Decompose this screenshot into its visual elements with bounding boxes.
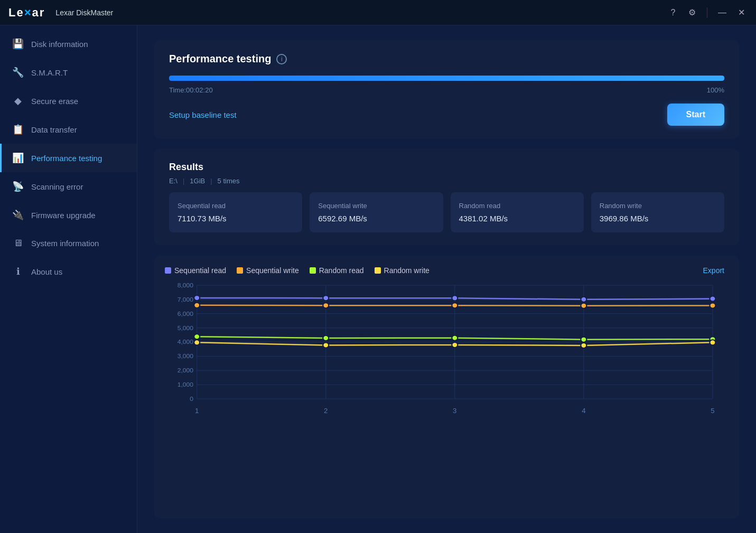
legend-dot-3 <box>375 267 381 274</box>
app-name: Lexar DiskMaster <box>55 8 667 17</box>
sidebar-label-data-transfer: Data transfer <box>31 125 77 134</box>
result-card-value-1: 6592.69 MB/s <box>318 214 434 223</box>
results-panel: Results E:\ | 1GiB | 5 times Sequential … <box>154 149 739 245</box>
sidebar: 💾 Disk information 🔧 S.M.A.R.T ◆ Secure … <box>0 25 137 533</box>
sidebar-icon-scanning-error: 📡 <box>12 181 24 192</box>
sidebar-label-firmware-upgrade: Firmware upgrade <box>31 211 96 220</box>
result-card-label-0: Sequential read <box>178 202 294 210</box>
results-drive: E:\ <box>169 177 178 185</box>
panel-title: Performance testing <box>169 53 271 65</box>
result-card-label-1: Sequential write <box>318 202 434 210</box>
legend-item-0: Sequential read <box>165 266 226 275</box>
svg-point-41 <box>581 337 586 342</box>
sidebar-label-scanning-error: Scanning error <box>31 182 83 191</box>
svg-point-40 <box>452 335 458 341</box>
result-card-value-3: 3969.86 MB/s <box>600 214 716 223</box>
sidebar-item-about-us[interactable]: ℹ About us <box>0 257 137 286</box>
legend-dot-1 <box>237 267 243 274</box>
sidebar-item-system-information[interactable]: 🖥 System information <box>0 229 137 257</box>
svg-point-47 <box>710 340 715 345</box>
sidebar-item-firmware-upgrade[interactable]: 🔌 Firmware upgrade <box>0 201 137 229</box>
svg-point-31 <box>581 297 586 302</box>
svg-text:3: 3 <box>453 408 456 415</box>
legend-label-2: Random read <box>319 266 364 275</box>
svg-point-37 <box>710 303 715 308</box>
chart-legend: Sequential read Sequential write Random … <box>165 266 430 275</box>
sidebar-label-about-us: About us <box>31 267 62 276</box>
sidebar-icon-secure-erase: ◆ <box>12 95 24 107</box>
sidebar-label-secure-erase: Secure erase <box>31 97 78 106</box>
svg-point-36 <box>581 303 586 308</box>
sidebar-icon-data-transfer: 📋 <box>12 124 24 135</box>
svg-point-46 <box>581 343 586 348</box>
result-card-label-2: Random read <box>459 202 575 210</box>
meta-sep-1: | <box>183 177 184 185</box>
results-meta: E:\ | 1GiB | 5 times <box>169 177 724 185</box>
settings-icon[interactable]: ⚙ <box>686 6 698 19</box>
svg-text:3,000: 3,000 <box>178 353 193 359</box>
svg-point-29 <box>323 295 329 301</box>
result-card-value-2: 4381.02 MB/s <box>459 214 575 223</box>
sidebar-icon-performance-testing: 📊 <box>12 152 24 164</box>
info-icon[interactable]: i <box>276 54 287 64</box>
results-header: Results E:\ | 1GiB | 5 times <box>169 162 724 185</box>
titlebar: Le×ar Lexar DiskMaster ? ⚙ — ✕ <box>0 0 756 25</box>
svg-text:1: 1 <box>195 408 199 415</box>
help-icon[interactable]: ? <box>667 6 679 19</box>
chart-svg: 01,0002,0003,0004,0005,0006,0007,0008,00… <box>165 280 724 417</box>
sidebar-icon-system-information: 🖥 <box>12 238 24 249</box>
results-cards: Sequential read 7110.73 MB/s Sequential … <box>169 192 724 232</box>
legend-item-1: Sequential write <box>237 266 299 275</box>
svg-point-44 <box>323 342 329 348</box>
sidebar-label-performance-testing: Performance testing <box>31 154 102 163</box>
legend-label-1: Sequential write <box>246 266 299 275</box>
svg-point-32 <box>710 296 715 302</box>
window-controls: ? ⚙ — ✕ <box>667 6 748 19</box>
result-card-value-0: 7110.73 MB/s <box>178 214 294 223</box>
svg-point-30 <box>452 295 458 301</box>
sidebar-item-secure-erase[interactable]: ◆ Secure erase <box>0 87 137 115</box>
start-button[interactable]: Start <box>667 104 724 126</box>
svg-text:2: 2 <box>324 408 328 415</box>
sidebar-item-scanning-error[interactable]: 📡 Scanning error <box>0 172 137 201</box>
main-layout: 💾 Disk information 🔧 S.M.A.R.T ◆ Secure … <box>0 25 756 533</box>
meta-sep-2: | <box>210 177 212 185</box>
sidebar-label-disk-information: Disk information <box>31 40 88 49</box>
sidebar-item-disk-information[interactable]: 💾 Disk information <box>0 30 137 58</box>
svg-text:7,000: 7,000 <box>178 296 193 302</box>
setup-baseline-link[interactable]: Setup baseline test <box>169 110 237 119</box>
results-size: 1GiB <box>190 177 205 185</box>
result-card-3: Random write 3969.86 MB/s <box>591 192 724 232</box>
svg-point-38 <box>194 334 200 339</box>
svg-text:6,000: 6,000 <box>178 311 193 316</box>
legend-item-3: Random write <box>375 266 430 275</box>
export-button[interactable]: Export <box>703 266 724 275</box>
legend-dot-2 <box>310 267 316 274</box>
legend-label-0: Sequential read <box>174 266 226 275</box>
sidebar-item-smart[interactable]: 🔧 S.M.A.R.T <box>0 58 137 87</box>
svg-point-39 <box>323 335 329 341</box>
svg-text:5,000: 5,000 <box>178 325 193 331</box>
chart-header: Sequential read Sequential write Random … <box>165 266 724 275</box>
minimize-icon[interactable]: — <box>716 6 729 19</box>
progress-meta: Time:00:02:20 100% <box>169 86 724 94</box>
svg-text:1,000: 1,000 <box>178 382 193 388</box>
close-icon[interactable]: ✕ <box>735 6 748 19</box>
svg-text:4,000: 4,000 <box>178 339 193 345</box>
svg-text:8,000: 8,000 <box>178 283 193 288</box>
progress-bar-container <box>169 76 724 81</box>
svg-point-28 <box>194 295 200 301</box>
app-logo: Le×ar <box>8 6 45 20</box>
sidebar-item-data-transfer[interactable]: 📋 Data transfer <box>0 115 137 144</box>
result-card-1: Sequential write 6592.69 MB/s <box>310 192 443 232</box>
chart-panel: Sequential read Sequential write Random … <box>154 256 739 518</box>
sidebar-label-smart: S.M.A.R.T <box>31 68 68 77</box>
chart-area: 01,0002,0003,0004,0005,0006,0007,0008,00… <box>165 280 724 417</box>
sidebar-icon-about-us: ℹ <box>12 266 24 277</box>
panel-actions: Setup baseline test Start <box>169 104 724 126</box>
sidebar-item-performance-testing[interactable]: 📊 Performance testing <box>0 144 137 172</box>
percent-label: 100% <box>707 86 724 94</box>
results-title: Results <box>169 162 724 173</box>
svg-point-45 <box>452 342 458 348</box>
svg-point-34 <box>323 303 329 308</box>
